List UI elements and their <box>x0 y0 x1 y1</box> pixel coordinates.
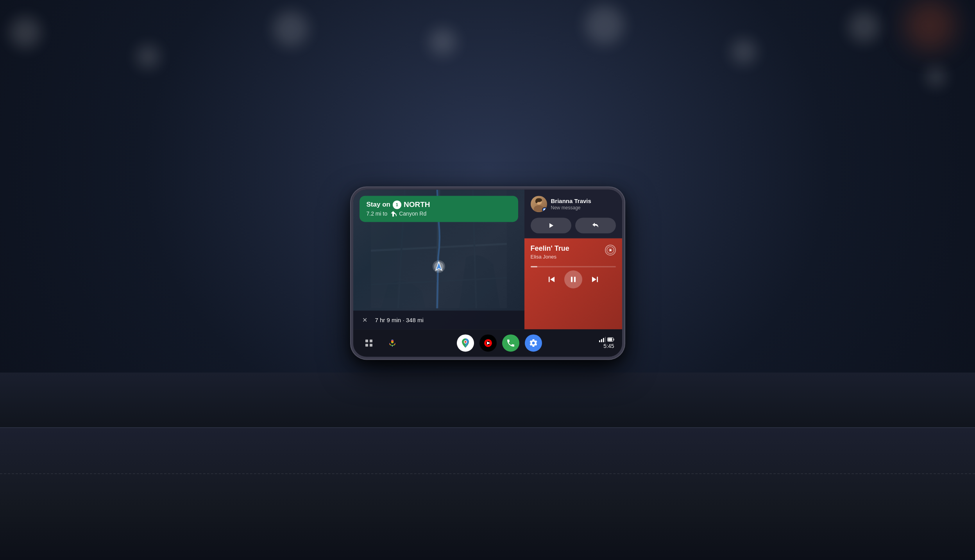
nav-left-icons <box>361 335 400 351</box>
eta-time: 7 hr 9 min <box>375 317 401 323</box>
status-icons <box>599 337 614 342</box>
nav-street: Canyon Rd <box>399 210 426 217</box>
nav-center-apps <box>400 334 599 351</box>
music-artist: Elisa Jones <box>531 254 569 260</box>
bokeh-light <box>731 39 757 64</box>
music-title: Feelin' True <box>531 244 569 253</box>
svg-rect-22 <box>574 276 576 282</box>
skip-next-icon <box>590 275 599 284</box>
contact-info: Brianna Travis New message <box>551 198 616 210</box>
message-actions <box>531 218 616 233</box>
svg-marker-15 <box>549 223 553 228</box>
map-area: Stay on 1 NORTH 7.2 mi to Canyon Rd <box>353 189 524 329</box>
svg-rect-25 <box>365 339 368 342</box>
nav-direction-line: Stay on 1 NORTH <box>367 200 511 209</box>
nav-direction: NORTH <box>404 200 430 209</box>
bokeh-light <box>136 45 160 68</box>
phone-icon <box>506 338 515 348</box>
settings-app-button[interactable] <box>525 334 542 351</box>
apps-grid-button[interactable] <box>361 335 377 351</box>
messages-icon <box>543 208 546 211</box>
message-header: Brianna Travis New message <box>531 196 616 212</box>
eta-close-button[interactable]: ✕ <box>360 314 370 325</box>
stay-on-text: Stay on <box>367 201 390 209</box>
bokeh-light <box>273 11 308 46</box>
youtube-music-app-icon <box>483 337 494 348</box>
reply-message-button[interactable] <box>575 218 616 233</box>
youtube-music-icon <box>606 246 614 254</box>
progress-fill <box>531 266 537 267</box>
music-text: Feelin' True Elisa Jones <box>531 244 569 260</box>
svg-rect-26 <box>370 339 372 342</box>
maps-icon <box>460 337 471 348</box>
settings-icon <box>529 338 538 348</box>
svg-point-32 <box>464 341 466 343</box>
svg-rect-29 <box>391 339 394 343</box>
previous-track-button[interactable] <box>544 271 560 287</box>
message-subtitle: New message <box>551 205 616 210</box>
nav-distance: 7.2 mi to <box>367 210 388 217</box>
message-card: Brianna Travis New message <box>524 189 622 238</box>
svg-rect-36 <box>599 340 600 342</box>
navigation-banner: Stay on 1 NORTH 7.2 mi to Canyon Rd <box>360 196 518 222</box>
device-screen: Stay on 1 NORTH 7.2 mi to Canyon Rd <box>353 189 622 357</box>
leather-stitching <box>0 473 975 474</box>
messaging-app-badge <box>542 207 547 212</box>
svg-rect-19 <box>549 276 550 282</box>
youtube-music-app-button[interactable] <box>479 334 497 351</box>
contact-name: Brianna Travis <box>551 198 616 204</box>
next-track-button[interactable] <box>587 271 603 287</box>
pause-button[interactable] <box>564 270 582 288</box>
battery-icon <box>607 337 614 342</box>
reply-icon <box>592 222 599 228</box>
svg-rect-27 <box>365 344 368 346</box>
microphone-button[interactable] <box>385 335 400 351</box>
eta-separator: · <box>403 317 406 323</box>
bokeh-light <box>926 67 946 87</box>
right-panel: Brianna Travis New message <box>524 189 622 329</box>
status-time: 5:45 <box>603 343 614 349</box>
play-message-button[interactable] <box>531 218 571 233</box>
svg-rect-21 <box>571 276 572 282</box>
eta-distance: 348 mi <box>406 317 424 323</box>
svg-marker-24 <box>592 276 596 282</box>
grid-icon <box>365 339 373 347</box>
contact-avatar <box>531 196 547 212</box>
bokeh-light <box>10 17 41 48</box>
phone-app-button[interactable] <box>502 334 519 351</box>
play-icon <box>548 222 554 228</box>
svg-rect-37 <box>601 339 602 342</box>
music-controls <box>531 270 616 288</box>
music-progress-bar[interactable] <box>531 266 616 267</box>
turn-arrow-icon <box>389 210 397 217</box>
bokeh-light <box>848 11 880 43</box>
eta-bar: ✕ 7 hr 9 min · 348 mi <box>353 310 524 329</box>
route-number-badge: 1 <box>393 200 401 209</box>
bokeh-warm <box>905 0 955 51</box>
music-card: Feelin' True Elisa Jones <box>524 238 622 329</box>
svg-rect-41 <box>614 339 614 341</box>
svg-rect-38 <box>603 338 604 342</box>
bokeh-light <box>429 28 456 55</box>
pause-icon <box>569 275 578 284</box>
dashboard-leather <box>0 427 975 560</box>
skip-previous-icon <box>547 275 556 284</box>
status-area: 5:45 <box>599 337 614 349</box>
microphone-icon <box>388 339 397 347</box>
navigation-bar: 5:45 <box>353 329 622 357</box>
maps-app-button[interactable] <box>457 334 474 351</box>
svg-rect-23 <box>597 276 598 282</box>
nav-street-line: 7.2 mi to Canyon Rd <box>367 210 511 217</box>
eta-text: 7 hr 9 min · 348 mi <box>375 317 424 323</box>
svg-rect-28 <box>370 344 372 346</box>
music-source-icon <box>605 244 616 255</box>
vehicle-position-marker <box>432 259 446 273</box>
signal-icon <box>599 337 606 342</box>
svg-rect-39 <box>605 337 606 342</box>
svg-point-14 <box>535 199 538 203</box>
svg-marker-20 <box>550 276 555 282</box>
android-auto-device: Stay on 1 NORTH 7.2 mi to Canyon Rd <box>351 187 624 359</box>
bokeh-light <box>585 5 624 45</box>
screen-content: Stay on 1 NORTH 7.2 mi to Canyon Rd <box>353 189 622 329</box>
svg-rect-42 <box>608 338 612 341</box>
